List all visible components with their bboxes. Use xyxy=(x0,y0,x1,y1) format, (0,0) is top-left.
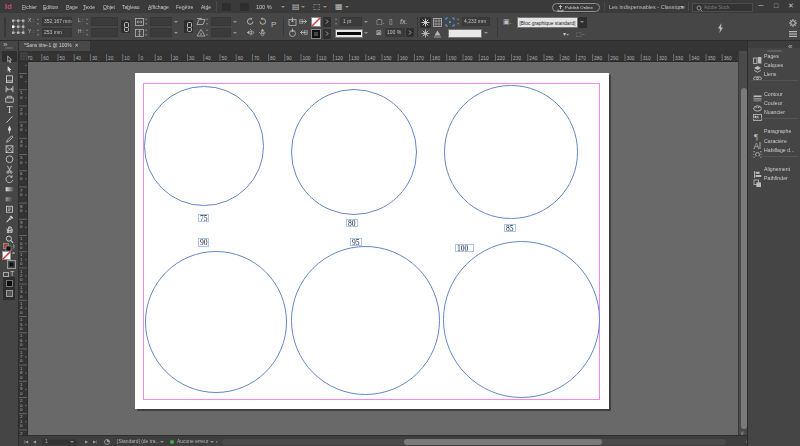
svg-text:10: 10 xyxy=(156,56,162,61)
svg-text:30: 30 xyxy=(91,56,97,61)
svg-text:60: 60 xyxy=(237,56,243,61)
svg-text:0: 0 xyxy=(140,56,143,61)
svg-text:50: 50 xyxy=(221,56,227,61)
svg-text:110: 110 xyxy=(318,56,326,61)
svg-text:40: 40 xyxy=(205,56,211,61)
svg-text:200: 200 xyxy=(464,56,472,61)
svg-text:130: 130 xyxy=(351,56,359,61)
svg-text:0: 0 xyxy=(20,143,23,148)
svg-text:80: 80 xyxy=(270,56,276,61)
svg-text:180: 180 xyxy=(432,56,440,61)
svg-text:[Bloc graphique standard]: [Bloc graphique standard] xyxy=(520,20,576,25)
svg-text:10: 10 xyxy=(124,56,130,61)
svg-text:0: 0 xyxy=(20,326,23,331)
svg-text:0: 0 xyxy=(20,95,23,100)
svg-text:0: 0 xyxy=(20,160,23,165)
svg-text:0: 0 xyxy=(20,391,23,396)
svg-text:0: 0 xyxy=(20,261,23,266)
svg-text:40: 40 xyxy=(75,56,81,61)
svg-text:150: 150 xyxy=(383,56,391,61)
svg-text:160: 160 xyxy=(399,56,407,61)
svg-text:260: 260 xyxy=(561,56,569,61)
svg-text:0: 0 xyxy=(20,111,23,116)
svg-text:270: 270 xyxy=(577,56,585,61)
svg-text:140: 140 xyxy=(367,56,375,61)
svg-text:320: 320 xyxy=(658,56,666,61)
svg-text:120: 120 xyxy=(334,56,342,61)
svg-text:0: 0 xyxy=(20,224,23,229)
svg-text:60: 60 xyxy=(43,56,49,61)
svg-text:100: 100 xyxy=(302,56,310,61)
svg-text:0: 0 xyxy=(20,176,23,181)
svg-text:360: 360 xyxy=(723,56,731,61)
svg-text:230: 230 xyxy=(513,56,521,61)
svg-text:20: 20 xyxy=(172,56,178,61)
svg-text:340: 340 xyxy=(691,56,699,61)
svg-text:0: 0 xyxy=(20,294,23,299)
svg-text:220: 220 xyxy=(496,56,504,61)
svg-text:30: 30 xyxy=(189,56,195,61)
svg-text:0: 0 xyxy=(20,310,23,315)
svg-text:170: 170 xyxy=(415,56,423,61)
svg-text:0: 0 xyxy=(20,192,23,197)
svg-text:0: 0 xyxy=(20,342,23,347)
svg-text:210: 210 xyxy=(480,56,488,61)
svg-text:250: 250 xyxy=(545,56,553,61)
svg-text:0: 0 xyxy=(20,375,23,380)
svg-text:0: 0 xyxy=(20,127,23,132)
svg-text:0: 0 xyxy=(20,358,23,363)
svg-text:300: 300 xyxy=(626,56,634,61)
svg-text:0: 0 xyxy=(20,74,23,79)
svg-text:20: 20 xyxy=(108,56,114,61)
svg-text:0: 0 xyxy=(20,245,23,250)
svg-text:290: 290 xyxy=(610,56,618,61)
svg-text:190: 190 xyxy=(448,56,456,61)
svg-text:50: 50 xyxy=(59,56,65,61)
svg-text:280: 280 xyxy=(594,56,602,61)
svg-text:70: 70 xyxy=(253,56,259,61)
svg-text:0: 0 xyxy=(20,208,23,213)
svg-text:90: 90 xyxy=(286,56,292,61)
svg-text:240: 240 xyxy=(529,56,537,61)
svg-text:0: 0 xyxy=(20,407,23,412)
svg-text:0: 0 xyxy=(20,277,23,282)
svg-text:0: 0 xyxy=(20,423,23,428)
svg-text:350: 350 xyxy=(707,56,715,61)
svg-text:310: 310 xyxy=(642,56,650,61)
svg-text:330: 330 xyxy=(675,56,683,61)
